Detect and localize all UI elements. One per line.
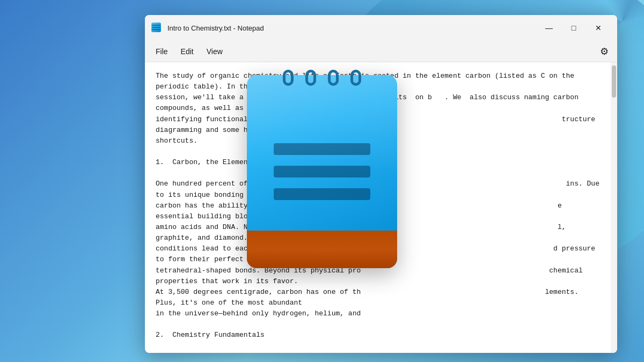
menu-file[interactable]: File	[149, 45, 174, 58]
scrollbar[interactable]	[611, 62, 617, 353]
minimize-button[interactable]: —	[537, 19, 561, 36]
window-controls: — □ ✕	[537, 19, 611, 36]
text-editor[interactable]: The study of organic chemistry and life …	[145, 62, 611, 353]
menu-edit[interactable]: Edit	[174, 45, 200, 58]
scrollbar-thumb[interactable]	[612, 65, 616, 98]
window-title: Intro to Chemistry.txt - Notepad	[167, 24, 537, 32]
notepad-title-icon	[151, 23, 162, 33]
close-button[interactable]: ✕	[586, 19, 611, 36]
menu-bar: File Edit View ⚙	[145, 41, 617, 62]
notepad-window: Intro to Chemistry.txt - Notepad — □ ✕ F…	[145, 15, 617, 353]
content-area: The study of organic chemistry and life …	[145, 62, 617, 353]
settings-icon[interactable]: ⚙	[596, 43, 613, 60]
menu-view[interactable]: View	[200, 45, 229, 58]
title-bar: Intro to Chemistry.txt - Notepad — □ ✕	[145, 15, 617, 41]
maximize-button[interactable]: □	[561, 19, 586, 36]
